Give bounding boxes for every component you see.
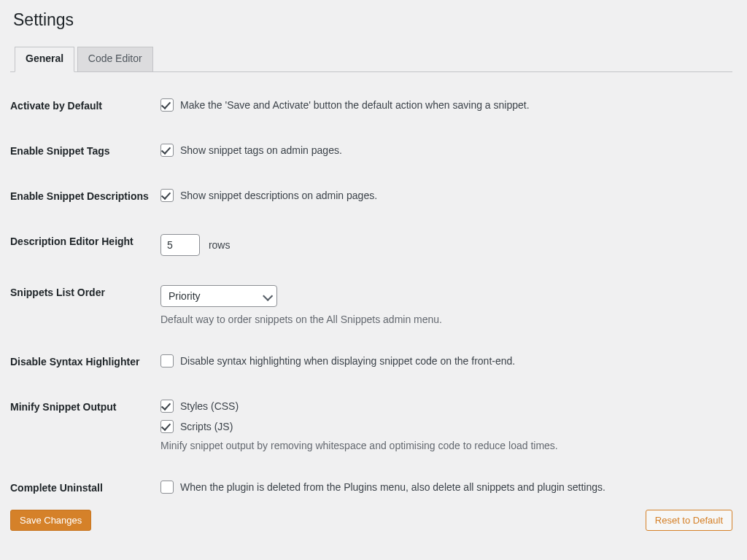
label-list-order: Snippets List Order (10, 276, 160, 346)
label-uninstall: Complete Uninstall (10, 472, 160, 508)
checkbox-uninstall[interactable] (160, 481, 174, 494)
tab-bar: General Code Editor (10, 46, 732, 72)
select-list-order[interactable]: Priority (160, 285, 277, 307)
text-uninstall: When the plugin is deleted from the Plug… (180, 481, 605, 493)
text-enable-descriptions: Show snippet descriptions on admin pages… (180, 190, 377, 201)
page-title: Settings (13, 10, 732, 30)
checkbox-minify-js[interactable] (160, 420, 174, 433)
desc-list-order: Default way to order snippets on the All… (160, 314, 725, 325)
text-enable-tags: Show snippet tags on admin pages. (180, 144, 342, 156)
desc-minify: Minify snippet output by removing whites… (160, 440, 725, 451)
text-minify-js: Scripts (JS) (180, 421, 233, 432)
checkbox-activate-default[interactable] (160, 98, 174, 112)
action-row: Save Changes Reset to Default (10, 510, 732, 531)
checkbox-enable-descriptions[interactable] (160, 189, 174, 202)
reset-button[interactable]: Reset to Default (646, 510, 732, 531)
settings-table: Activate by Default Make the 'Save and A… (10, 90, 732, 508)
tab-general[interactable]: General (15, 47, 74, 72)
label-minify: Minify Snippet Output (10, 391, 160, 472)
checkbox-disable-syntax[interactable] (160, 354, 174, 368)
text-disable-syntax: Disable syntax highlighting when display… (180, 355, 515, 367)
label-enable-tags: Enable Snippet Tags (10, 135, 160, 180)
save-button[interactable]: Save Changes (10, 510, 91, 531)
checkbox-enable-tags[interactable] (160, 144, 174, 157)
text-minify-css: Styles (CSS) (180, 400, 239, 412)
label-editor-height: Description Editor Height (10, 225, 160, 276)
tab-code-editor[interactable]: Code Editor (77, 47, 153, 71)
select-value: Priority (169, 290, 201, 302)
text-activate-default: Make the 'Save and Activate' button the … (180, 99, 530, 111)
label-disable-syntax: Disable Syntax Highlighter (10, 346, 160, 391)
suffix-rows: rows (209, 239, 231, 251)
input-editor-height[interactable] (160, 234, 200, 256)
checkbox-minify-css[interactable] (160, 400, 174, 413)
label-enable-descriptions: Enable Snippet Descriptions (10, 180, 160, 225)
label-activate-default: Activate by Default (10, 90, 160, 135)
